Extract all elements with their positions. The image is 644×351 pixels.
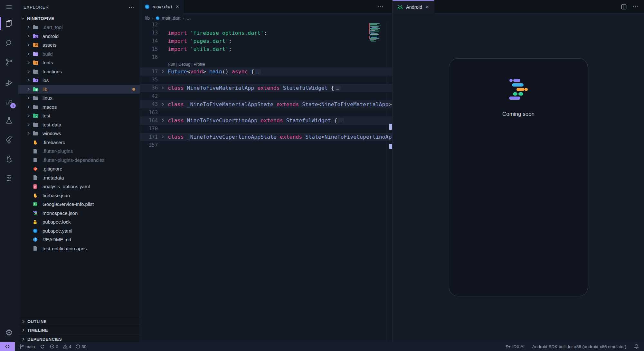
tree-item-linux[interactable]: linux [18, 94, 140, 103]
idx-logo [509, 78, 528, 101]
git-branch-status[interactable]: main [19, 344, 35, 349]
codelens-run-debug-profile[interactable]: Run | Debug | Profile [140, 61, 392, 68]
extensions-icon[interactable]: 1 [0, 95, 18, 111]
chevron-right-icon [27, 132, 33, 135]
folder-check-icon [33, 113, 40, 118]
tree-item-ios[interactable]: ios [18, 76, 140, 85]
tab-close-icon[interactable]: × [175, 4, 179, 10]
fold-chevron-icon[interactable] [158, 70, 168, 73]
info-icon [33, 237, 40, 242]
tree-item--gitignore[interactable]: .gitignore [18, 164, 140, 173]
fold-chevron-icon[interactable] [158, 103, 168, 106]
tree-item--dart-tool[interactable]: .dart_tool [18, 23, 140, 32]
overview-ruler-mark [389, 124, 392, 130]
tree-item-fonts[interactable]: Tfonts [18, 58, 140, 67]
section-timeline[interactable]: TIMELINE [18, 326, 140, 335]
section-dependencies[interactable]: DEPENDENCIES [18, 335, 140, 342]
settings-gear-icon[interactable]: ⚙ [0, 325, 18, 340]
editor-more-button[interactable]: ⋯ [378, 0, 384, 14]
file-icon [33, 157, 40, 162]
chevron-right-icon [27, 25, 33, 29]
run-debug-icon[interactable] [0, 75, 18, 90]
tree-item-pubspec-lock[interactable]: pubspec.lock [18, 217, 140, 226]
android-icon [397, 5, 403, 9]
tree-item-analysis-options-yaml[interactable]: analysis_options.yaml [18, 182, 140, 191]
source-control-icon[interactable] [0, 54, 18, 70]
device-status[interactable]: Android SDK built for x86 (android-x86 e… [532, 344, 626, 349]
code-line-17: 17Future<void> main() async {… [140, 68, 392, 76]
editor-tabbar: main.dart × ⋯ [140, 0, 392, 14]
remote-indicator[interactable] [0, 342, 15, 351]
folder-icon [33, 69, 40, 74]
scrollbar-track [387, 23, 387, 342]
tree-item-pubspec-yaml[interactable]: pubspec.yaml [18, 226, 140, 236]
tree-item--flutter-plugins-dependencies[interactable]: .flutter-plugins-dependencies [18, 156, 140, 165]
tree-item-label: functions [43, 69, 62, 74]
tree-item-functions[interactable]: functions [18, 67, 140, 76]
chevron-right-icon [27, 61, 33, 64]
tree-item-label: pubspec.lock [43, 219, 71, 225]
tree-item-test-notification-apns[interactable]: test-notification.apns [18, 244, 140, 253]
minimap[interactable] [369, 23, 386, 42]
panel-more-button[interactable]: ⋯ [632, 3, 639, 10]
file-icon [33, 175, 40, 180]
fold-chevron-icon[interactable] [158, 135, 168, 139]
code-line-15: 15import 'utils.dart'; [140, 45, 392, 53]
tree-item-monospace-json[interactable]: monospace.json [18, 209, 140, 218]
tab-android[interactable]: Android × [393, 0, 434, 14]
chevron-right-icon: › [152, 16, 153, 21]
idx-ai-status[interactable]: IDX AI [506, 344, 525, 349]
testing-icon[interactable] [0, 113, 18, 128]
fold-chevron-icon[interactable] [158, 119, 168, 122]
folder-icon [33, 122, 40, 127]
tree-item-windows[interactable]: windows [18, 129, 140, 138]
tree-item-googleservice-info-plist[interactable]: GoogleService-Info.plist [18, 200, 140, 209]
chevron-right-icon [27, 43, 33, 47]
tree-item-label: GoogleService-Info.plist [43, 201, 94, 207]
folder-phone-icon [33, 78, 40, 83]
tree-item--flutter-plugins[interactable]: .flutter-plugins [18, 147, 140, 156]
bell-icon[interactable] [634, 344, 639, 349]
idx-monospace-icon[interactable] [0, 170, 18, 186]
tree-item-label: build [43, 51, 53, 57]
file-icon [33, 246, 40, 251]
panel-tab-close-icon[interactable]: × [425, 4, 430, 10]
code-text: import 'firebase_options.dart'; [168, 30, 267, 36]
tree-item-build[interactable]: build [18, 50, 140, 59]
tree-item--firebaserc[interactable]: .firebaserc [18, 138, 140, 147]
sidebar-sections: OUTLINETIMELINEDEPENDENCIES [18, 317, 140, 342]
fold-chevron-icon[interactable] [158, 86, 168, 90]
tree-item-label: .firebaserc [43, 140, 65, 145]
tree-root-ninetofive[interactable]: NINETOFIVE [18, 14, 140, 23]
chevron-right-icon [27, 123, 33, 126]
explorer-icon[interactable] [0, 16, 18, 31]
firebase-icon[interactable] [0, 151, 18, 167]
folder-icon [33, 51, 40, 56]
menu-icon[interactable] [0, 0, 18, 14]
tree-item-test-data[interactable]: test-data [18, 120, 140, 129]
code-line-16: 16 [140, 53, 392, 61]
search-icon[interactable] [0, 35, 18, 51]
tree-item-assets[interactable]: assets [18, 41, 140, 50]
breadcrumb-lib[interactable]: lib [145, 15, 150, 21]
tree-item-android[interactable]: android [18, 32, 140, 41]
problems-status[interactable]: 0 4 30 [50, 344, 86, 349]
tree-item--metadata[interactable]: .metadata [18, 173, 140, 182]
breadcrumb-symbol[interactable]: … [186, 15, 191, 21]
tree-item-test[interactable]: test [18, 111, 140, 120]
flutter-icon[interactable] [0, 132, 18, 148]
code-text: class _NineToFiveMaterialAppState extend… [168, 101, 392, 107]
line-number: 12 [140, 23, 158, 28]
explorer-more-button[interactable]: ⋯ [128, 4, 135, 11]
code-editor[interactable]: 1213import 'firebase_options.dart';14imp… [140, 23, 392, 342]
section-outline[interactable]: OUTLINE [18, 317, 140, 326]
tree-item-macos[interactable]: macos [18, 103, 140, 112]
tree-item-lib[interactable]: lib [18, 85, 140, 94]
split-editor-icon[interactable] [621, 4, 627, 10]
modified-dot [132, 88, 135, 91]
breadcrumb-main-dart[interactable]: main.dart [156, 15, 180, 21]
tree-item-firebase-json[interactable]: firebase.json [18, 191, 140, 200]
tab-main-dart[interactable]: main.dart × [140, 0, 184, 14]
sync-icon[interactable] [40, 344, 45, 349]
tree-item-readme-md[interactable]: README.md [18, 235, 140, 244]
